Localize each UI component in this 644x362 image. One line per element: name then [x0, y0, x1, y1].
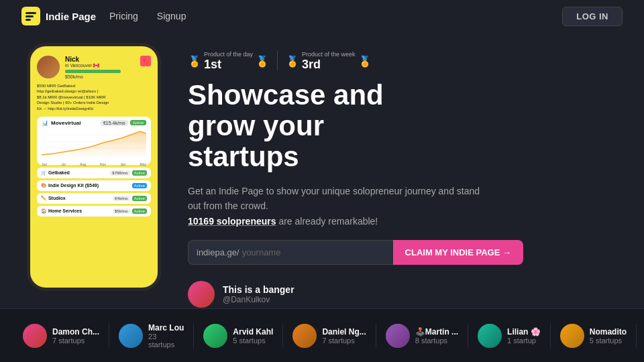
- phone-profile: Nick in Vancouver 🇨🇦 $50k/mo 🔖: [37, 56, 151, 79]
- user-name: Marc Lou: [148, 323, 184, 333]
- startup-row: ✏️ Studiox €4k/mo Active: [37, 193, 151, 204]
- phone-bookmark: 🔖: [140, 56, 151, 66]
- user-name: Nomadito: [590, 327, 627, 337]
- product-badges: 🏅 Product of the day 1st 🏅 🏅 Product of …: [188, 51, 617, 72]
- user-name: Daniel Ng...: [322, 327, 366, 337]
- user-item[interactable]: Diky Diwo ... 1 startup: [637, 324, 644, 348]
- user-item[interactable]: 🕹️Martin ... 8 startups: [376, 324, 468, 348]
- svg-rect-2: [25, 15, 34, 17]
- startup-row: 🛒 Getbaked $768/mo Active: [37, 168, 151, 178]
- user-startups: 8 startups: [415, 337, 458, 345]
- hero-section: 🏅 Product of the day 1st 🏅 🏅 Product of …: [188, 46, 617, 308]
- claim-row: indiepa.ge/ CLAIM MY INDIE PAGE →: [188, 240, 523, 265]
- user-item[interactable]: Nomadito 5 startups: [551, 324, 637, 348]
- user-name: Damon Ch...: [52, 327, 99, 337]
- chart-title: Movevirtual: [51, 120, 80, 126]
- badge-week-rank: 3rd: [302, 58, 356, 72]
- chart-amount: €15.4k/mo: [101, 120, 128, 126]
- user-avatar: [386, 324, 410, 348]
- phone-avatar: [37, 56, 60, 78]
- user-avatar: [203, 324, 227, 348]
- logo-link[interactable]: Indie Page: [21, 7, 96, 25]
- testimonial-handle: @DanKulkov: [223, 295, 294, 304]
- user-startups: 5 startups: [590, 337, 627, 345]
- user-item[interactable]: Lilian 🌸 1 startup: [468, 324, 551, 348]
- phone-mockup: Nick in Vancouver 🇨🇦 $50k/mo 🔖 $550 MRR …: [27, 43, 161, 291]
- phone-profile-info: Nick in Vancouver 🇨🇦 $50k/mo: [65, 56, 135, 79]
- hero-count: 10169 solopreneurs are already remarkabl…: [188, 216, 617, 227]
- user-avatar: [560, 324, 584, 348]
- user-avatar: [292, 324, 317, 348]
- phone-mrr-label: $50k/mo: [65, 74, 135, 79]
- phone-bio: $550 MRR GetBaked http://getbaked.design…: [37, 83, 151, 111]
- chart-area: JunJulAugNovJanMay: [42, 128, 146, 162]
- phone-location: in Vancouver 🇨🇦: [65, 63, 135, 68]
- user-startups: 5 startups: [233, 337, 273, 345]
- badge-day-label: Product of the day: [204, 51, 253, 58]
- startup-row: 🎨 Indie Design Kit ($549) Active: [37, 180, 151, 191]
- user-avatar: [478, 324, 502, 348]
- user-name: 🕹️Martin ...: [415, 327, 458, 337]
- product-week-badge: 🏅 Product of the week 3rd 🏅: [286, 51, 372, 72]
- claim-input-wrap: indiepa.ge/: [188, 240, 393, 265]
- claim-button[interactable]: CLAIM MY INDIE PAGE →: [393, 240, 523, 265]
- startup-row: 🏠 Home Services $5k/mo Active: [37, 206, 151, 217]
- chart-badge: Active: [130, 120, 146, 125]
- logo-icon: [21, 7, 40, 25]
- badge-divider: [277, 51, 278, 71]
- user-item[interactable]: Arvid Kahl 5 startups: [194, 324, 283, 348]
- chart-labels: JunJulAugNovJanMay: [42, 162, 146, 166]
- navbar: Indie Page Pricing Signup LOG IN: [0, 0, 644, 32]
- chart-card: 📊 Movevirtual €15.4k/mo Active: [37, 117, 151, 165]
- svg-rect-3: [25, 19, 31, 21]
- logo-text: Indie Page: [46, 11, 96, 22]
- user-item[interactable]: Damon Ch... 7 startups: [13, 324, 109, 348]
- user-startups: 7 startups: [322, 337, 366, 345]
- phone-username: Nick: [65, 56, 135, 63]
- user-name: Arvid Kahl: [233, 327, 273, 337]
- user-startups: 1 startup: [507, 337, 541, 345]
- badge-day-rank: 1st: [204, 58, 253, 72]
- user-startups: 23 startups: [148, 333, 184, 349]
- badge-week-label: Product of the week: [302, 51, 356, 58]
- signup-link[interactable]: Signup: [157, 11, 186, 21]
- testimonial: This is a banger @DanKulkov: [188, 281, 617, 308]
- user-item[interactable]: Daniel Ng... 7 startups: [283, 324, 376, 348]
- testimonial-text: This is a banger @DanKulkov: [223, 284, 294, 304]
- user-avatar: [23, 324, 47, 348]
- phone-mrr-bar: [65, 70, 121, 73]
- username-input[interactable]: [239, 241, 385, 264]
- testimonial-avatar: [188, 281, 215, 308]
- pricing-link[interactable]: Pricing: [109, 11, 138, 21]
- product-day-badge: 🏅 Product of the day 1st 🏅: [188, 51, 269, 72]
- chart-card-header: 📊 Movevirtual €15.4k/mo Active: [42, 120, 146, 126]
- main-content: Nick in Vancouver 🇨🇦 $50k/mo 🔖 $550 MRR …: [0, 32, 644, 308]
- hero-title: Showcase and grow your startups: [188, 80, 617, 173]
- hero-subtitle: Get an Indie Page to show your unique so…: [188, 184, 483, 214]
- input-prefix: indiepa.ge/: [197, 247, 239, 257]
- nav-links: Pricing Signup: [109, 11, 186, 21]
- user-item[interactable]: Marc Lou 23 startups: [109, 323, 194, 349]
- bottom-bar: Damon Ch... 7 startups Marc Lou 23 start…: [0, 308, 644, 362]
- login-button[interactable]: LOG IN: [562, 7, 623, 26]
- chart-svg: [42, 128, 146, 158]
- testimonial-quote: This is a banger: [223, 284, 294, 295]
- user-name: Lilian 🌸: [507, 327, 541, 337]
- user-startups: 7 startups: [52, 337, 99, 345]
- user-avatar: [119, 324, 143, 348]
- svg-rect-1: [25, 12, 36, 14]
